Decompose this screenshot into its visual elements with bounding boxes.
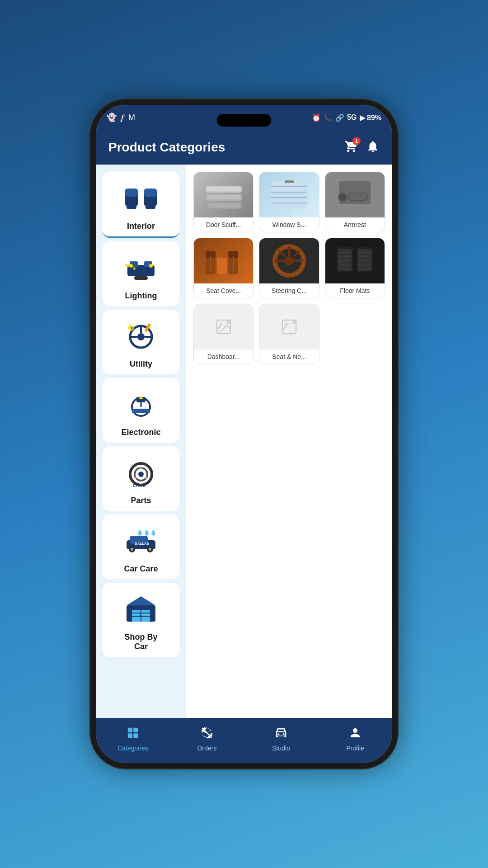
product-card-door-scuff[interactable]: Door Scuff... (193, 172, 253, 232)
product-image-window (259, 172, 319, 217)
product-name-floor-mat: Floor Mats (336, 283, 373, 298)
product-name-armrest: Armrest (340, 217, 370, 232)
svg-marker-44 (127, 596, 155, 605)
notification-button[interactable] (366, 140, 380, 155)
shop-by-car-label: Shop ByCar (124, 632, 157, 651)
sidebar-item-utility[interactable]: ✦ Utility (103, 310, 179, 374)
lighting-label: Lighting (125, 291, 157, 301)
svg-point-31 (140, 467, 142, 469)
svg-point-112 (278, 733, 280, 735)
svg-text:✦: ✦ (130, 326, 133, 330)
utility-label: Utility (130, 359, 152, 369)
orders-label: Orders (197, 745, 217, 752)
utility-icon: ✦ (121, 315, 161, 356)
shop-by-car-icon (121, 588, 161, 629)
product-image-dashboard (194, 304, 253, 349)
svg-point-39 (131, 548, 133, 551)
sidebar-item-interior[interactable]: Interior (103, 172, 179, 238)
image-placeholder-2-icon (280, 318, 298, 336)
product-name-seat-cover: Seat Cove... (202, 283, 244, 298)
content-area: Interior (96, 165, 392, 718)
svg-line-82 (279, 251, 285, 256)
orders-icon (200, 726, 214, 743)
svg-rect-11 (134, 276, 148, 280)
nav-item-orders[interactable]: Orders (189, 726, 225, 752)
product-image-seat-cover (194, 238, 253, 283)
svg-rect-55 (207, 203, 240, 208)
svg-rect-65 (349, 193, 367, 200)
svg-line-13 (125, 266, 129, 266)
product-image-armrest (325, 172, 385, 217)
svg-point-49 (139, 615, 141, 617)
product-name-dashboard: Dashboar... (204, 349, 244, 364)
parts-label: Parts (131, 496, 151, 505)
svg-point-10 (149, 264, 153, 268)
nav-item-categories[interactable]: Categories (115, 726, 151, 752)
svg-rect-5 (145, 205, 155, 209)
sidebar-item-shop-by-car[interactable]: Shop ByCar (103, 583, 179, 657)
car-care-icon: 💧💧💧 DALLAS (121, 520, 161, 561)
svg-point-32 (145, 476, 148, 479)
product-card-armrest[interactable]: Armrest (325, 172, 385, 232)
image-placeholder-icon (215, 318, 233, 336)
sidebar-item-parts[interactable]: CHIVE Parts (103, 446, 179, 511)
status-bar-right: ⏰ 📞 🔗 5G ▶ 89% (312, 113, 381, 122)
product-name-door-scuff: Door Scuff... (202, 217, 245, 232)
product-image-door-scuff (194, 172, 253, 217)
app-header: Product Categories 1 (96, 130, 392, 165)
svg-rect-109 (133, 727, 138, 732)
facebook-icon: 𝒇 (121, 113, 124, 123)
product-image-steering (259, 238, 319, 283)
svg-line-83 (294, 251, 300, 256)
product-card-steering[interactable]: Steering C... (259, 238, 319, 298)
profile-icon (348, 726, 362, 743)
sidebar-item-car-care[interactable]: 💧💧💧 DALLAS Car Care (103, 514, 179, 579)
svg-text:CHIVE: CHIVE (133, 483, 145, 488)
product-card-seat-cover[interactable]: Seat Cove... (193, 238, 253, 298)
sidebar-item-electronic[interactable]: Electronic (103, 378, 179, 443)
car-care-label: Car Care (124, 564, 158, 574)
svg-point-67 (339, 194, 346, 200)
product-grid: Door Scuff... (193, 172, 385, 364)
nav-item-studio[interactable]: Studio (263, 726, 299, 752)
svg-rect-93 (358, 249, 371, 271)
bell-icon (366, 140, 380, 153)
sidebar: Interior (96, 165, 186, 718)
svg-text:DALLAS: DALLAS (135, 542, 150, 546)
svg-text:💧💧💧: 💧💧💧 (136, 529, 157, 536)
svg-rect-4 (127, 205, 136, 209)
phone-screen: 👻 𝒇 M ⏰ 📞 🔗 5G ▶ 89% Product Categories (96, 105, 392, 763)
svg-rect-56 (271, 181, 307, 208)
product-area: Door Scuff... (186, 165, 392, 718)
svg-rect-53 (207, 187, 240, 191)
product-image-seat-neck (259, 304, 319, 349)
profile-label: Profile (346, 745, 364, 752)
page-title: Product Categories (108, 140, 225, 155)
categories-label: Categories (117, 745, 148, 752)
svg-rect-61 (285, 180, 294, 183)
svg-point-9 (129, 264, 133, 268)
alarm-icon: ⏰ (312, 113, 321, 122)
wifi-icon: 🔗 (335, 113, 344, 122)
nav-item-profile[interactable]: Profile (337, 726, 373, 752)
battery-icon: ▶ 89% (360, 113, 381, 122)
status-bar-left: 👻 𝒇 M (107, 113, 135, 123)
categories-icon (126, 726, 140, 743)
svg-point-33 (134, 476, 137, 479)
parts-icon: CHIVE (121, 452, 161, 492)
phone-icon: 📞 (324, 113, 333, 122)
cart-button[interactable]: 1 (344, 140, 358, 155)
svg-rect-108 (128, 727, 132, 732)
product-image-floor-mat (325, 238, 385, 283)
svg-point-16 (137, 333, 145, 340)
phone-wrapper: 👻 𝒇 M ⏰ 📞 🔗 5G ▶ 89% Product Categories (90, 99, 398, 769)
svg-rect-54 (207, 195, 240, 199)
svg-point-14 (133, 267, 136, 270)
product-card-dashboard[interactable]: Dashboar... (193, 304, 253, 364)
product-card-floor-mat[interactable]: Floor Mats (325, 238, 385, 298)
product-card-seat-neck[interactable]: Seat & Ne... (259, 304, 319, 364)
product-card-window[interactable]: Window S... (259, 172, 319, 232)
sidebar-item-lighting[interactable]: Lighting (103, 241, 179, 306)
svg-rect-1 (125, 189, 138, 197)
dynamic-island (217, 114, 271, 127)
